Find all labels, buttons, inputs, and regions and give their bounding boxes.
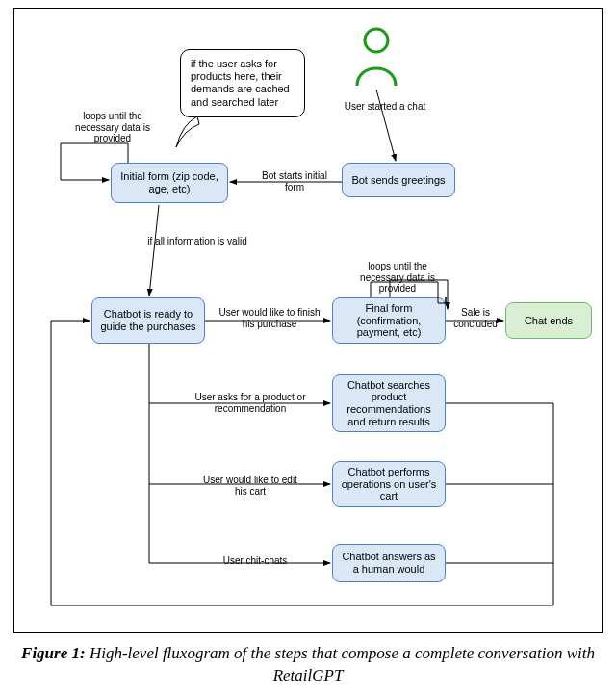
label-sale-concluded: Sale is concluded: [449, 307, 501, 329]
label-all-valid: if all information is valid: [140, 236, 255, 247]
label-finish-purchase: User would like to finish his purchase: [217, 307, 322, 329]
figure-caption: Figure 1: High-level fluxogram of the st…: [0, 643, 616, 687]
svg-line-3: [149, 205, 159, 296]
node-search: Chatbot searches product recommendations…: [332, 374, 446, 432]
node-final-form: Final form (confirmation, payment, etc): [332, 297, 446, 344]
node-chat-ends: Chat ends: [505, 302, 592, 339]
label-chit-chats: User chit-chats: [212, 555, 298, 567]
label-asks-product: User asks for a product or recommendatio…: [188, 392, 313, 414]
speech-tail: [170, 115, 201, 149]
label-user-started: User started a chat: [342, 101, 428, 113]
diagram-frame: if the user asks for products here, thei…: [13, 8, 603, 633]
node-cart-ops: Chatbot performs operations on user's ca…: [332, 461, 446, 507]
node-greetings: Bot sends greetings: [342, 163, 455, 197]
node-chitchat: Chatbot answers as a human would: [332, 544, 446, 582]
label-bot-starts: Bot starts initial form: [261, 170, 328, 193]
label-loop-initial: loops until the necessary data is provid…: [64, 111, 161, 144]
speech-bubble: if the user asks for products here, thei…: [180, 49, 305, 117]
node-ready: Chatbot is ready to guide the purchases: [91, 297, 205, 344]
label-edit-cart: User would like to edit his cart: [197, 475, 303, 497]
label-loop-final: loops until the necessary data is provid…: [349, 261, 446, 295]
svg-point-0: [365, 29, 388, 52]
figure-number: Figure 1:: [21, 644, 86, 662]
speech-text: if the user asks for products here, thei…: [191, 58, 290, 108]
user-icon: [351, 26, 401, 88]
caption-text: High-level fluxogram of the steps that c…: [90, 644, 595, 684]
node-initial-form: Initial form (zip code, age, etc): [111, 163, 228, 203]
